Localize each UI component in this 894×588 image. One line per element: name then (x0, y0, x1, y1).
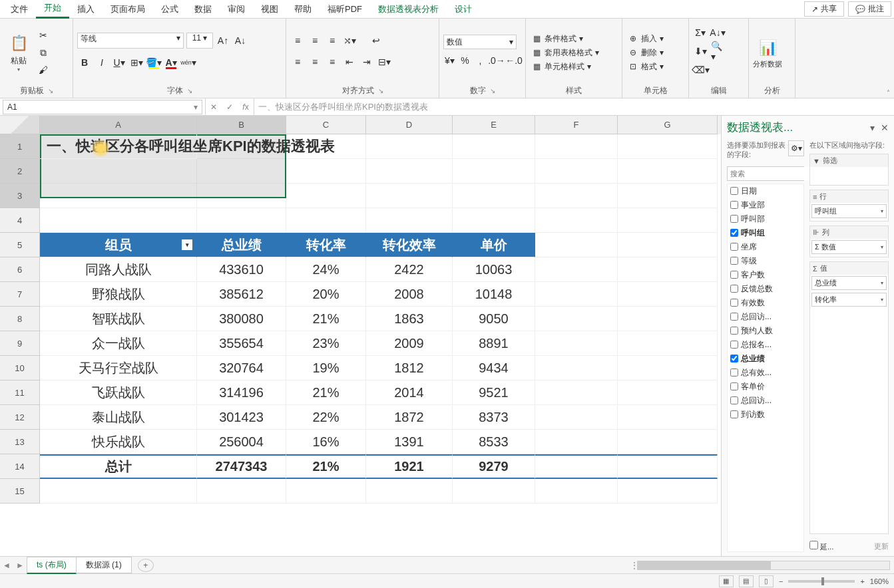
tab-help[interactable]: 帮助 (286, 1, 320, 18)
rows-zone[interactable]: ≡行 呼叫组▾ (809, 190, 889, 221)
row-header-11[interactable]: 11 (0, 380, 40, 405)
row-header-15[interactable]: 15 (0, 479, 40, 504)
cell-E15[interactable] (453, 479, 535, 504)
cell-A11[interactable]: 飞跃战队 (40, 380, 197, 405)
defer-layout-checkbox[interactable]: 延... (809, 541, 833, 552)
row-header-9[interactable]: 9 (0, 331, 40, 356)
fill-color-button[interactable]: 🪣▾ (146, 55, 161, 70)
orientation-button[interactable]: ⤭▾ (342, 33, 357, 48)
field-item[interactable]: 客单价 (728, 380, 803, 394)
taskpane-close-button[interactable]: ✕ (881, 122, 889, 133)
wrap-text-button[interactable]: ↩ (369, 33, 383, 48)
tab-formula[interactable]: 公式 (153, 1, 186, 18)
cell-F15[interactable] (535, 479, 618, 504)
col-header-d[interactable]: D (366, 116, 453, 134)
values-zone-item-2[interactable]: 转化率▾ (811, 293, 887, 307)
tab-pivot-design[interactable]: 设计 (447, 1, 480, 18)
add-sheet-button[interactable]: + (138, 559, 154, 572)
field-item[interactable]: 总报名... (728, 338, 803, 352)
cell-E14[interactable]: 9279 (453, 454, 535, 479)
cell-E9[interactable]: 8891 (453, 331, 535, 356)
format-painter-button[interactable]: 🖌 (36, 63, 51, 77)
number-format-select[interactable]: 数值▾ (443, 35, 517, 49)
comment-button[interactable]: 💬批注 (848, 1, 891, 17)
worksheet-grid[interactable]: A B C D E F G 1一、快速区分各呼叫组坐席KPI的数据透视表2345… (0, 116, 721, 556)
cell-A15[interactable] (40, 479, 197, 504)
share-button[interactable]: ↗共享 (804, 1, 844, 17)
cell-B11[interactable]: 314196 (197, 380, 286, 405)
zoom-in-button[interactable]: + (860, 577, 864, 585)
sheet-tab-1[interactable]: ts (布局) (27, 557, 77, 574)
autosum-button[interactable]: Σ▾ (693, 25, 708, 40)
field-checkbox[interactable] (730, 341, 738, 349)
view-normal-button[interactable]: ▦ (719, 575, 734, 587)
field-item[interactable]: 坐席 (728, 240, 803, 254)
align-middle-button[interactable]: ≡ (308, 33, 322, 48)
cell-D1[interactable] (366, 134, 453, 159)
cell-G4[interactable] (618, 208, 718, 233)
cell-E1[interactable] (453, 134, 535, 159)
field-checkbox[interactable] (730, 368, 738, 376)
row-header-13[interactable]: 13 (0, 430, 40, 454)
row-header-10[interactable]: 10 (0, 356, 40, 380)
cell-A2[interactable] (40, 159, 197, 184)
field-list[interactable]: 日期事业部呼叫部呼叫组坐席等级客户数反馈总数有效数总回访...预约人数总报名..… (727, 184, 804, 552)
row-header-2[interactable]: 2 (0, 159, 40, 184)
cell-F3[interactable] (535, 184, 618, 208)
field-search[interactable]: 🔍 (727, 166, 804, 181)
field-checkbox[interactable] (730, 229, 738, 237)
clear-button[interactable]: ⌫▾ (693, 63, 708, 77)
formula-input[interactable] (254, 100, 894, 114)
col-header-g[interactable]: G (618, 116, 718, 134)
cell-B9[interactable]: 355654 (197, 331, 286, 356)
field-checkbox[interactable] (730, 201, 738, 209)
cell-D7[interactable]: 2008 (366, 282, 453, 307)
row-header-12[interactable]: 12 (0, 405, 40, 430)
col-header-f[interactable]: F (535, 116, 618, 134)
cell-A7[interactable]: 野狼战队 (40, 282, 197, 307)
border-button[interactable]: ⊞▾ (129, 55, 144, 70)
col-header-b[interactable]: B (197, 116, 286, 134)
cell-C3[interactable] (286, 184, 366, 208)
cell-A5[interactable]: 组员▾ (40, 233, 197, 257)
values-zone-item-1[interactable]: 总业绩▾ (811, 276, 887, 290)
cell-G11[interactable] (618, 380, 718, 405)
row-header-1[interactable]: 1 (0, 134, 40, 159)
row-header-14[interactable]: 14 (0, 454, 40, 479)
delete-cells-button[interactable]: ⊖删除▾ (626, 47, 684, 59)
sheet-tab-2[interactable]: 数据源 (1) (76, 557, 132, 573)
cell-F1[interactable] (535, 134, 618, 159)
align-bottom-button[interactable]: ≡ (325, 33, 339, 48)
cell-B6[interactable]: 433610 (197, 257, 286, 282)
cell-C10[interactable]: 19% (286, 356, 366, 380)
cell-F2[interactable] (535, 159, 618, 184)
align-left-button[interactable]: ≡ (290, 55, 305, 69)
cell-A9[interactable]: 众一战队 (40, 331, 197, 356)
align-right-button[interactable]: ≡ (325, 55, 339, 69)
cell-A1[interactable]: 一、快速区分各呼叫组坐席KPI的数据透视表 (40, 134, 197, 159)
cell-E7[interactable]: 10148 (453, 282, 535, 307)
cell-F6[interactable] (535, 257, 618, 282)
table-format-button[interactable]: ▦套用表格格式▾ (530, 47, 618, 59)
cell-A14[interactable]: 总计 (40, 454, 197, 479)
cell-D12[interactable]: 1872 (366, 405, 453, 430)
cell-D11[interactable]: 2014 (366, 380, 453, 405)
indent-increase-button[interactable]: ⇥ (359, 55, 374, 69)
cell-A4[interactable] (40, 208, 197, 233)
analyze-data-button[interactable]: 📊 分析数据 (753, 29, 782, 76)
cell-F11[interactable] (535, 380, 618, 405)
row-header-8[interactable]: 8 (0, 307, 40, 331)
pivot-filter-dropdown[interactable]: ▾ (182, 239, 192, 250)
cell-style-button[interactable]: ▦单元格样式▾ (530, 61, 618, 73)
zoom-out-button[interactable]: − (779, 577, 783, 585)
cell-D6[interactable]: 2422 (366, 257, 453, 282)
field-item[interactable]: 总回访... (728, 310, 803, 324)
view-break-button[interactable]: ▯ (759, 575, 774, 587)
confirm-formula-button[interactable]: ✓ (222, 102, 238, 112)
cols-zone[interactable]: ⊪列 Σ 数值▾ (809, 225, 889, 257)
cell-D5[interactable]: 转化效率 (366, 233, 453, 257)
font-name-select[interactable]: 等线 ▾ (77, 33, 184, 49)
cell-F14[interactable] (535, 454, 618, 479)
view-page-button[interactable]: ▤ (739, 575, 754, 587)
cell-F5[interactable] (535, 233, 618, 257)
